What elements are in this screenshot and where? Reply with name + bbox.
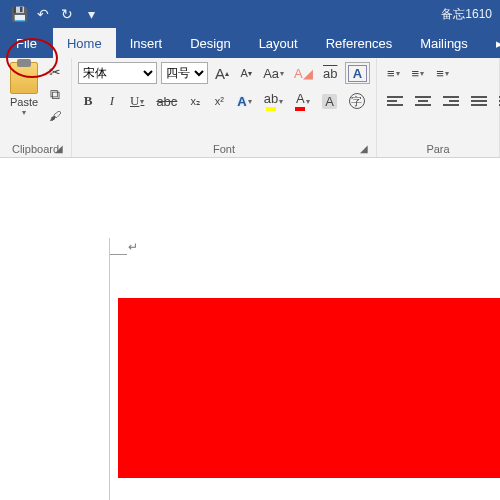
group-clipboard: Paste ▾ Clipboard ◢: [0, 58, 72, 157]
format-painter-icon[interactable]: [46, 108, 64, 124]
paste-label: Paste: [10, 96, 38, 108]
quick-access-toolbar: 💾 ↶ ↻ ▾: [0, 3, 102, 25]
underline-button[interactable]: U▾: [126, 90, 148, 112]
document-area[interactable]: ↵: [0, 158, 500, 500]
redo-icon[interactable]: ↻: [56, 3, 78, 25]
align-left-button[interactable]: [383, 90, 407, 112]
paste-icon: [10, 62, 38, 94]
strikethrough-button[interactable]: abc: [152, 90, 181, 112]
ribbon: Paste ▾ Clipboard ◢ 宋体 四号: [0, 58, 500, 158]
copy-icon[interactable]: [46, 86, 64, 102]
group-paragraph: ≡▾ ≡▾ ≡▾ Para: [377, 58, 500, 157]
text-effects-button[interactable]: A▾: [233, 90, 255, 112]
character-shading-button[interactable]: A: [318, 90, 341, 112]
undo-icon[interactable]: ↶: [32, 3, 54, 25]
tab-references[interactable]: References: [312, 28, 406, 58]
bullets-button[interactable]: ≡▾: [383, 62, 404, 84]
italic-button[interactable]: I: [102, 90, 122, 112]
bold-button[interactable]: B: [78, 90, 98, 112]
tab-layout[interactable]: Layout: [245, 28, 312, 58]
distributed-button[interactable]: [495, 90, 500, 112]
font-color-button[interactable]: A▾: [291, 90, 314, 112]
group-label-clipboard: Clipboard ◢: [4, 141, 67, 157]
ribbon-tabs: File Home Insert Design Layout Reference…: [0, 28, 500, 58]
clipboard-dialog-launcher-icon[interactable]: ◢: [53, 143, 65, 155]
document-title: 备忘1610: [441, 6, 492, 23]
qat-customize-icon[interactable]: ▾: [80, 3, 102, 25]
change-case-button[interactable]: Aa▾: [260, 62, 287, 84]
cut-icon[interactable]: [46, 64, 64, 80]
highlight-button[interactable]: ab▾: [260, 90, 287, 112]
numbering-button[interactable]: ≡▾: [408, 62, 429, 84]
save-icon[interactable]: 💾: [8, 3, 30, 25]
tab-insert[interactable]: Insert: [116, 28, 177, 58]
group-label-font: Font ◢: [76, 141, 372, 157]
tab-more[interactable]: ▸: [482, 28, 500, 58]
grow-font-button[interactable]: A▴: [212, 62, 233, 84]
font-name-select[interactable]: 宋体: [78, 62, 157, 84]
clear-formatting-button[interactable]: A◢: [291, 62, 316, 84]
group-label-paragraph: Para: [381, 141, 495, 157]
font-dialog-launcher-icon[interactable]: ◢: [358, 143, 370, 155]
title-bar: 💾 ↶ ↻ ▾ 备忘1610: [0, 0, 500, 28]
tab-home[interactable]: Home: [53, 28, 116, 58]
superscript-button[interactable]: x²: [209, 90, 229, 112]
align-right-button[interactable]: [439, 90, 463, 112]
shrink-font-button[interactable]: A▾: [236, 62, 256, 84]
multilevel-list-button[interactable]: ≡▾: [432, 62, 453, 84]
paste-button[interactable]: Paste ▾: [4, 60, 44, 117]
tab-mailings[interactable]: Mailings: [406, 28, 482, 58]
enclosed-characters-button[interactable]: 字: [345, 90, 369, 112]
font-size-select[interactable]: 四号: [161, 62, 208, 84]
tab-file[interactable]: File: [0, 28, 53, 58]
redacted-content-block: [118, 298, 500, 478]
justify-button[interactable]: [467, 90, 491, 112]
phonetic-guide-button[interactable]: ab: [320, 62, 341, 84]
character-border-button[interactable]: A: [345, 62, 370, 84]
tab-design[interactable]: Design: [176, 28, 244, 58]
align-center-button[interactable]: [411, 90, 435, 112]
group-font: 宋体 四号 A▴ A▾ Aa▾ A◢ ab A B I U▾ abc: [72, 58, 377, 157]
subscript-button[interactable]: x₂: [185, 90, 205, 112]
